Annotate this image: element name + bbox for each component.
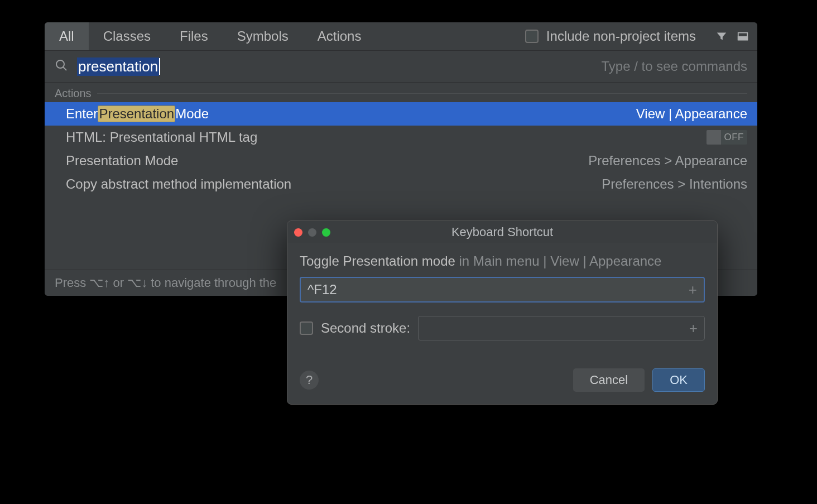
result-text: Copy abstract method implementation	[66, 176, 291, 192]
include-nonproject[interactable]: Include non-project items	[525, 28, 696, 44]
filter-icon[interactable]	[715, 30, 728, 43]
result-text: Presentation Mode	[66, 153, 178, 169]
search-query: presentation	[77, 57, 159, 76]
close-icon[interactable]	[294, 228, 302, 237]
result-html-presentational-tag[interactable]: HTML: Presentational HTML tag OFF	[45, 126, 757, 149]
ok-button[interactable]: OK	[652, 368, 705, 392]
result-location: View | Appearance	[636, 106, 747, 122]
action-path: in Main menu | View | Appearance	[459, 253, 662, 268]
help-button[interactable]: ?	[300, 371, 319, 390]
result-text: Enter	[66, 106, 98, 122]
search-icon	[55, 59, 68, 74]
result-text: HTML: Presentational HTML tag	[66, 129, 257, 145]
search-input[interactable]: presentation	[77, 57, 602, 76]
keyboard-shortcut-dialog: Keyboard Shortcut Toggle Presentation mo…	[287, 220, 718, 405]
tab-files[interactable]: Files	[165, 22, 223, 50]
caret-icon	[159, 58, 160, 75]
result-copy-abstract-method[interactable]: Copy abstract method implementation Pref…	[45, 172, 757, 196]
second-stroke-row: Second stroke: +	[300, 316, 705, 340]
tab-actions[interactable]: Actions	[303, 22, 376, 50]
dialog-title: Keyboard Shortcut	[287, 225, 717, 239]
cancel-button[interactable]: Cancel	[573, 368, 645, 392]
svg-point-2	[56, 60, 64, 68]
include-label: Include non-project items	[546, 28, 696, 44]
svg-rect-1	[738, 37, 748, 40]
plus-icon[interactable]: +	[689, 281, 697, 299]
section-header-actions: Actions	[45, 83, 757, 102]
minimize-icon	[308, 228, 316, 237]
second-stroke-input[interactable]: +	[418, 316, 705, 340]
second-stroke-label: Second stroke:	[321, 320, 410, 336]
action-description: Toggle Presentation mode in Main menu | …	[300, 253, 705, 269]
dialog-body: Toggle Presentation mode in Main menu | …	[287, 243, 717, 358]
toggle-off[interactable]: OFF	[707, 130, 748, 145]
shortcut-input[interactable]: ^F12 +	[300, 277, 705, 303]
search-row: presentation Type / to see commands	[45, 50, 757, 83]
search-hint: Type / to see commands	[602, 59, 747, 74]
svg-line-3	[63, 67, 66, 70]
shortcut-value: ^F12	[307, 282, 337, 297]
tab-all[interactable]: All	[45, 22, 89, 50]
zoom-icon[interactable]	[322, 228, 330, 237]
tab-symbols[interactable]: Symbols	[223, 22, 303, 50]
result-presentation-mode-pref[interactable]: Presentation Mode Preferences > Appearan…	[45, 149, 757, 172]
result-location: Preferences > Appearance	[588, 153, 747, 169]
traffic-lights	[294, 228, 330, 237]
dialog-footer: ? Cancel OK	[287, 358, 717, 404]
second-stroke-checkbox[interactable]	[300, 321, 313, 335]
tab-classes[interactable]: Classes	[89, 22, 165, 50]
plus-icon[interactable]: +	[689, 320, 698, 337]
pin-window-icon[interactable]	[736, 30, 749, 43]
result-location: Preferences > Intentions	[602, 176, 747, 192]
dialog-titlebar: Keyboard Shortcut	[287, 221, 717, 243]
tabs-row: All Classes Files Symbols Actions Includ…	[45, 22, 757, 50]
include-checkbox[interactable]	[525, 30, 539, 43]
result-text: Mode	[175, 106, 209, 122]
action-name: Toggle Presentation mode	[300, 253, 455, 268]
result-highlight: Presentation	[98, 105, 175, 122]
result-enter-presentation-mode[interactable]: Enter Presentation Mode View | Appearanc…	[45, 102, 757, 126]
